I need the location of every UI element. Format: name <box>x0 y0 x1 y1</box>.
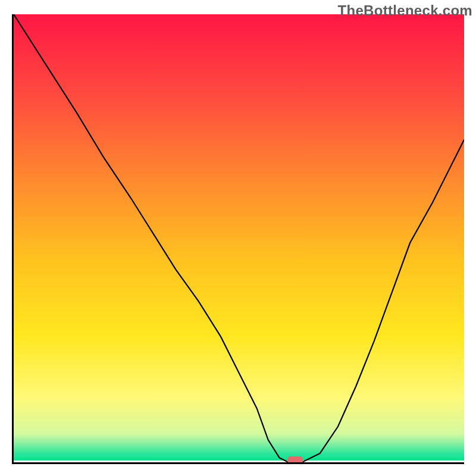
plot-area <box>12 14 464 464</box>
chart-container: TheBottleneck.com <box>0 0 476 476</box>
chart-svg <box>14 14 464 462</box>
watermark-label: TheBottleneck.com <box>338 2 472 19</box>
minimum-marker <box>287 456 303 462</box>
gradient-background <box>14 14 464 461</box>
